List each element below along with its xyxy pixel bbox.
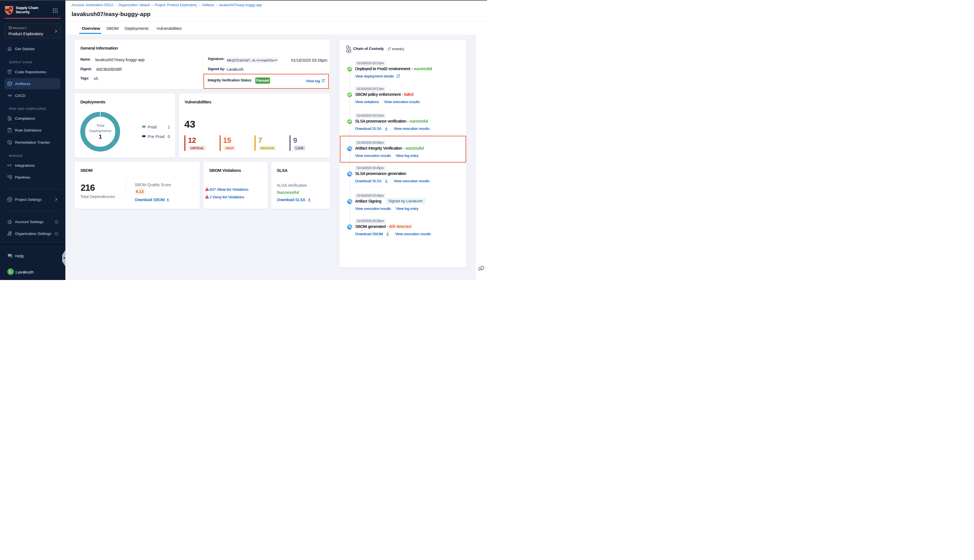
svg-text:?: ?: [9, 254, 10, 256]
